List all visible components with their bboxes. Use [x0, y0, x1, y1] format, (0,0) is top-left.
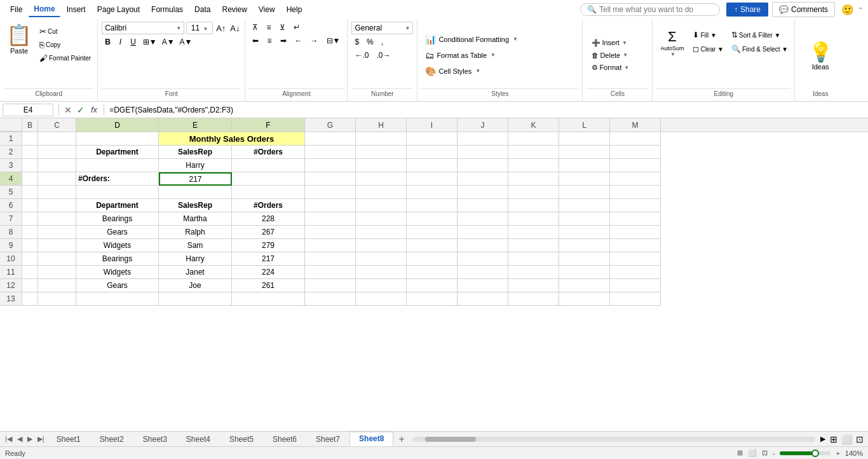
cell-k8[interactable]	[508, 226, 559, 239]
comma-button[interactable]: ,	[378, 36, 386, 48]
view-normal-icon[interactable]: ⊞	[737, 449, 743, 457]
col-header-l[interactable]: L	[559, 118, 610, 132]
cell-l4[interactable]	[559, 172, 610, 186]
paste-button[interactable]: 📋 Paste	[4, 22, 34, 56]
cell-h5[interactable]	[356, 186, 407, 199]
cell-l5[interactable]	[559, 186, 610, 199]
cell-l11[interactable]	[559, 266, 610, 279]
row-header-12[interactable]: 12	[0, 279, 22, 292]
cell-l2[interactable]	[559, 146, 610, 159]
cell-d6[interactable]: Department	[76, 199, 159, 212]
cell-d9[interactable]: Widgets	[76, 239, 159, 252]
merge-center-button[interactable]: ⊟▼	[323, 35, 344, 46]
cell-f6[interactable]: #Orders	[232, 199, 305, 212]
cell-j11[interactable]	[458, 266, 508, 279]
cell-j12[interactable]	[458, 279, 508, 292]
align-center-button[interactable]: ≡	[264, 35, 275, 46]
menu-file[interactable]: File	[5, 3, 27, 17]
scroll-right-arrow[interactable]: ▶	[818, 435, 828, 443]
tab-scroll-left[interactable]: ◀	[15, 435, 25, 443]
cell-k10[interactable]	[508, 252, 559, 266]
cell-h7[interactable]	[356, 212, 407, 226]
row-header-4[interactable]: 4	[0, 172, 22, 186]
cell-h13[interactable]	[356, 292, 407, 306]
cell-j8[interactable]	[458, 226, 508, 239]
tab-scroll-left-first[interactable]: |◀	[3, 435, 15, 443]
cell-i11[interactable]	[407, 266, 458, 279]
align-left-button[interactable]: ⬅	[249, 35, 262, 46]
cell-g9[interactable]	[305, 239, 356, 252]
select-all-button[interactable]	[0, 118, 22, 132]
cell-k5[interactable]	[508, 186, 559, 199]
cell-h9[interactable]	[356, 239, 407, 252]
cell-d1[interactable]	[76, 132, 159, 146]
cell-h6[interactable]	[356, 199, 407, 212]
cell-b11[interactable]	[22, 266, 38, 279]
cell-e7[interactable]: Martha	[159, 212, 232, 226]
cell-d10[interactable]: Bearings	[76, 252, 159, 266]
cell-b13[interactable]	[22, 292, 38, 306]
align-middle-button[interactable]: ≡	[263, 22, 274, 33]
cell-i4[interactable]	[407, 172, 458, 186]
sheet-tab-2[interactable]: Sheet2	[90, 432, 133, 446]
cell-m1[interactable]	[610, 132, 661, 146]
cell-j4[interactable]	[458, 172, 508, 186]
cell-d7[interactable]: Bearings	[76, 212, 159, 226]
row-header-6[interactable]: 6	[0, 199, 22, 212]
align-right-button[interactable]: ➡	[277, 35, 290, 46]
format-as-table-button[interactable]: 🗂 Format as Table ▼	[421, 48, 578, 62]
view-pagebreak-icon[interactable]: ⊡	[762, 449, 768, 457]
cell-g13[interactable]	[305, 292, 356, 306]
cell-e11[interactable]: Janet	[159, 266, 232, 279]
normal-view-button[interactable]: ⊞	[828, 434, 839, 444]
cell-k7[interactable]	[508, 212, 559, 226]
clear-button[interactable]: ◻ Clear ▼	[690, 43, 726, 55]
decrease-decimal-button[interactable]: ←.0	[351, 50, 372, 61]
insert-button[interactable]: ➕ Insert ▼	[587, 38, 648, 48]
sheet-tab-4[interactable]: Sheet4	[177, 432, 220, 446]
cell-d8[interactable]: Gears	[76, 226, 159, 239]
cell-i1[interactable]	[407, 132, 458, 146]
col-header-f[interactable]: F	[232, 118, 305, 132]
cell-j9[interactable]	[458, 239, 508, 252]
font-size-selector[interactable]: 11 ▼	[186, 22, 213, 34]
cell-i13[interactable]	[407, 292, 458, 306]
cell-g2[interactable]	[305, 146, 356, 159]
sheet-tab-8[interactable]: Sheet8	[349, 432, 393, 446]
cell-g7[interactable]	[305, 212, 356, 226]
cell-f2[interactable]: #Orders	[232, 146, 305, 159]
indent-increase-button[interactable]: →	[308, 35, 322, 46]
cell-i2[interactable]	[407, 146, 458, 159]
col-header-h[interactable]: H	[356, 118, 407, 132]
cell-c5[interactable]	[38, 186, 76, 199]
cell-l7[interactable]	[559, 212, 610, 226]
cell-h4[interactable]	[356, 172, 407, 186]
cell-c2[interactable]	[38, 146, 76, 159]
col-header-b[interactable]: B	[22, 118, 38, 132]
tab-scroll-right[interactable]: ▶	[25, 435, 35, 443]
cell-k12[interactable]	[508, 279, 559, 292]
cell-i12[interactable]	[407, 279, 458, 292]
cell-e12[interactable]: Joe	[159, 279, 232, 292]
cell-e4[interactable]: 217	[159, 172, 232, 186]
col-header-m[interactable]: M	[610, 118, 661, 132]
cell-l12[interactable]	[559, 279, 610, 292]
copy-button[interactable]: ⎘Copy	[37, 39, 93, 51]
find-select-button[interactable]: 🔍 Find & Select ▼	[729, 43, 790, 55]
menu-data[interactable]: Data	[189, 3, 215, 17]
ribbon-collapse-button[interactable]: ⌃	[858, 6, 863, 13]
cell-m13[interactable]	[610, 292, 661, 306]
zoom-in-button[interactable]: +	[836, 449, 839, 457]
cell-k1[interactable]	[508, 132, 559, 146]
format-button[interactable]: ⚙ Format ▼	[587, 62, 648, 73]
cell-m11[interactable]	[610, 266, 661, 279]
cell-k6[interactable]	[508, 199, 559, 212]
cell-j7[interactable]	[458, 212, 508, 226]
cell-i8[interactable]	[407, 226, 458, 239]
cell-f4[interactable]	[232, 172, 305, 186]
cut-button[interactable]: ✂Cut	[37, 25, 93, 38]
cell-d3[interactable]	[76, 159, 159, 172]
percent-button[interactable]: %	[363, 36, 377, 48]
search-box[interactable]: 🔍	[580, 3, 720, 16]
cell-l13[interactable]	[559, 292, 610, 306]
